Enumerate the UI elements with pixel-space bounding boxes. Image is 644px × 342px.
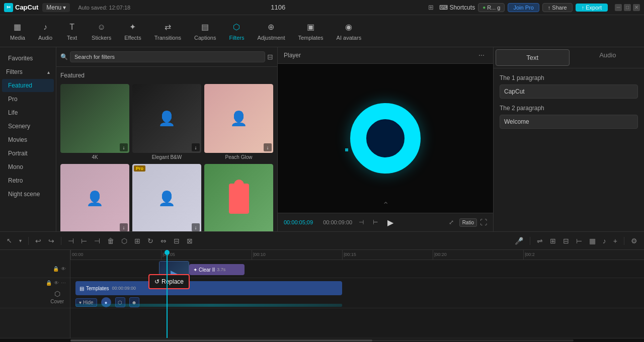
export-button[interactable]: ↑ Export [576, 4, 608, 12]
flip-button[interactable]: ⇔ [158, 235, 169, 246]
shortcuts-label: Shortcuts [449, 4, 475, 11]
join-pro-button[interactable]: Join Pro [508, 3, 539, 12]
ruler-spacer [0, 250, 70, 260]
menu-button[interactable]: Menu ▾ [42, 3, 70, 12]
para2-input[interactable] [500, 115, 638, 129]
player-settings-icon[interactable]: ⋯ [476, 50, 487, 60]
filter-name-elegant: Elegant B&W [132, 154, 201, 161]
stickers-icon: ☺ [96, 22, 107, 33]
filter-thumb-focus: 👤 ↓ [60, 164, 129, 231]
filter-crystal[interactable]: Pro 👤 ↓ Crystal Clear [132, 164, 201, 231]
video-clip[interactable]: ▤ Templates 00:00:09:00 [75, 281, 342, 295]
lock-button[interactable]: ⊟ [560, 235, 572, 246]
maximize-button[interactable]: □ [624, 4, 631, 11]
filter-peach[interactable]: 👤 ↓ Peach Glow [204, 84, 273, 161]
filter-elegant[interactable]: 👤 ↓ Elegant B&W [132, 84, 201, 161]
search-input[interactable] [70, 51, 265, 62]
toolbar-effects[interactable]: ✦ Effects [118, 19, 147, 44]
filter-name-peach: Peach Glow [204, 154, 273, 161]
toolbar-transitions[interactable]: ⇄ Transitions [148, 19, 187, 44]
zoom-in-button[interactable]: + [611, 235, 620, 246]
filters-icon: ⬡ [231, 22, 242, 33]
close-button[interactable]: ✕ [633, 4, 640, 11]
shield-icon[interactable]: ⬡ [119, 235, 130, 246]
redo-button[interactable]: ↪ [46, 235, 57, 246]
play-button[interactable]: ▶ [384, 216, 396, 228]
topbar: ✂ CapCut Menu ▾ Auto saved: 12:07:18 110… [0, 0, 644, 15]
preview-button[interactable]: ⊢ [574, 235, 585, 246]
toolbar-filters[interactable]: ⬡ Filters [223, 19, 250, 44]
fullscreen-button[interactable]: ⛶ [480, 218, 487, 226]
player-header: Player ⋯ [278, 47, 493, 64]
nav-featured[interactable]: Featured [2, 79, 54, 92]
settings-cog-icon[interactable]: ⚙ [628, 235, 640, 246]
filters-label: Filters [229, 35, 244, 41]
filter-options-button[interactable]: ⊟ [267, 53, 273, 61]
toolbar-templates[interactable]: ▣ Templates [292, 19, 329, 44]
select-tool-chevron[interactable]: ▾ [17, 236, 24, 245]
scrollbar-thumb[interactable] [70, 339, 372, 341]
toolbar-adjustment[interactable]: ⊕ Adjustment [251, 19, 291, 44]
toolbar-divider-4 [624, 237, 624, 245]
nav-filters-section[interactable]: Filters ▴ [0, 65, 56, 78]
scrollbar-track[interactable] [70, 339, 574, 341]
delete-button[interactable]: 🗑 [105, 235, 117, 246]
audio-track-button[interactable]: ♪ [600, 235, 609, 246]
nav-mono[interactable]: Mono [2, 160, 54, 174]
trim-right-button[interactable]: ⊣ [92, 235, 103, 246]
split-icon[interactable]: ⊣ [356, 217, 366, 227]
player-resize-icon[interactable]: ⤢ [446, 217, 456, 227]
filter-thumb-4k: ↓ [60, 84, 129, 153]
ruler-tick-25: |00:2 [523, 250, 535, 260]
para2-label: The 2 paragraph [500, 105, 638, 112]
mark-icon[interactable]: ⊢ [370, 217, 380, 227]
filter-clear2[interactable]: Clear II [204, 164, 273, 231]
search-icon: 🔍 [60, 53, 68, 60]
subtitle-button[interactable]: ▦ [587, 235, 598, 246]
nav-scenery[interactable]: Scenery [2, 120, 54, 133]
nav-favorites[interactable]: Favorites [2, 52, 54, 65]
monitor-icon[interactable]: ⊞ [426, 2, 436, 13]
mic-button[interactable]: 🎤 [512, 235, 526, 246]
link-button[interactable]: ⇌ [534, 235, 545, 246]
templates-icon: ▣ [305, 22, 316, 33]
toolbar-audio[interactable]: ♪ Audio [32, 19, 58, 44]
nav-life[interactable]: Life [2, 106, 54, 119]
filter-thumb-peach: 👤 ↓ [204, 84, 273, 153]
share-button[interactable]: ↑ Share [542, 3, 573, 12]
topbar-right: ⊞ ⌨ Shortcuts ● R... g Join Pro ↑ Share … [426, 2, 640, 13]
filters-search-bar: 🔍 ⊟ [56, 47, 277, 67]
rotate-button[interactable]: ↻ [145, 235, 156, 246]
para1-input[interactable] [500, 84, 638, 99]
crop-button[interactable]: ⊞ [132, 235, 143, 246]
transitions-label: Transitions [154, 35, 181, 41]
toolbar-text[interactable]: T Text [59, 19, 85, 44]
nav-night-scene[interactable]: Night scene [2, 188, 54, 201]
toolbar-ai-avatars[interactable]: ◉ AI avatars [331, 19, 368, 44]
toolbar-media[interactable]: ▦ Media [4, 19, 31, 44]
toolbar-captions[interactable]: ▤ Captions [188, 19, 222, 44]
split-at-playhead-button[interactable]: ⊣ [65, 235, 76, 246]
effect-clip[interactable]: ✦ Clear II 3.7s [189, 264, 245, 275]
filter-4k[interactable]: ↓ 4K [60, 84, 129, 161]
tab-audio[interactable]: Audio [572, 47, 645, 68]
undo-button[interactable]: ↩ [33, 235, 44, 246]
nav-retro[interactable]: Retro [2, 174, 54, 187]
toolbar-stickers[interactable]: ☺ Stickers [86, 19, 117, 44]
snap-button[interactable]: ⊞ [547, 235, 558, 246]
tab-text[interactable]: Text [496, 49, 570, 66]
ratio-button[interactable]: Ratio [459, 218, 477, 227]
nav-pro[interactable]: Pro [2, 93, 54, 106]
trim-left-button[interactable]: ⊢ [78, 235, 90, 246]
nav-portrait[interactable]: Portrait [2, 147, 54, 160]
project-id: 1106 [134, 4, 422, 11]
filter-focus[interactable]: 👤 ↓ Focus [60, 164, 129, 231]
media-label: Media [10, 35, 25, 41]
cover-label[interactable]: ⬡ Cover [48, 288, 66, 306]
select-tool-button[interactable]: ↖ [4, 235, 15, 246]
align-button[interactable]: ⊟ [171, 235, 182, 246]
shortcuts-button[interactable]: ⌨ Shortcuts [439, 4, 475, 11]
minimize-button[interactable]: ─ [615, 4, 622, 11]
nav-movies[interactable]: Movies [2, 133, 54, 146]
more-button[interactable]: ⊠ [184, 235, 195, 246]
